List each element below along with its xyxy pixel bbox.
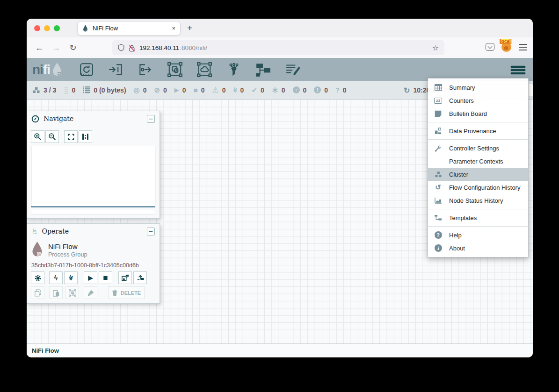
remote-process-group-component-icon[interactable]: [196, 61, 213, 78]
paste-button[interactable]: [49, 286, 63, 299]
status-up-to-date: ✔ 0: [251, 86, 264, 94]
pocket-icon[interactable]: [486, 43, 494, 51]
menu-divider: [428, 226, 528, 227]
nifi-logo: nifi: [32, 62, 63, 77]
menu-item-label: Help: [449, 232, 462, 239]
menu-item-label: Flow Configuration History: [449, 184, 520, 191]
cluster-icon: [433, 171, 443, 178]
browser-navbar: ← → ↻ 192.168.40.11 :8080/nifi/ ☆: [27, 37, 533, 58]
copy-button[interactable]: [31, 286, 44, 299]
menu-item-templates[interactable]: Templates: [428, 211, 528, 224]
stop-button[interactable]: ■: [99, 271, 112, 284]
threads-icon: ⣿: [64, 87, 68, 93]
menu-item-controller-settings[interactable]: Controller Settings: [428, 142, 528, 155]
selected-flow-id: 35cbd3b7-017b-1000-8bff-1c3405c00d6b: [31, 262, 139, 269]
enable-button[interactable]: ϟ: [49, 271, 63, 284]
delete-label: DELETE: [121, 290, 141, 296]
browser-titlebar: NiFi Flow × +: [27, 19, 533, 37]
compass-icon: [31, 115, 39, 123]
tab-title: NiFi Flow: [93, 25, 118, 32]
arrow-up-circle-icon: ↑: [293, 86, 300, 93]
menu-item-summary[interactable]: Summary: [428, 81, 528, 94]
zoom-actual-size-button[interactable]: [79, 130, 92, 143]
cluster-icon: [32, 86, 40, 94]
back-button[interactable]: ←: [33, 42, 45, 54]
output-port-component-icon[interactable]: [137, 61, 154, 78]
upload-template-button[interactable]: [133, 271, 147, 284]
disable-button[interactable]: ϟ: [64, 271, 78, 284]
url-host-text: 192.168.40.11: [139, 44, 179, 51]
funnel-component-icon[interactable]: [225, 61, 242, 78]
navigate-header: Navigate: [27, 111, 160, 126]
menu-item-label: Cluster: [449, 171, 468, 178]
transmitting-icon: ◎: [134, 86, 140, 93]
bulletin-board-icon: [433, 110, 443, 117]
menu-item-parameter-contexts[interactable]: Parameter Contexts: [428, 155, 528, 168]
chart-area-icon: [433, 197, 443, 204]
nifi-global-menu-icon[interactable]: [511, 66, 525, 74]
collapse-navigate-button[interactable]: [147, 115, 155, 123]
play-icon: ▶: [88, 275, 93, 281]
asterisk-icon: [272, 87, 278, 93]
menu-item-about[interactable]: i About: [428, 242, 528, 255]
global-menu: Summary 23 Counters Bulletin Board Data …: [428, 78, 529, 257]
birdseye-minimap[interactable]: [31, 146, 155, 207]
browser-tab[interactable]: NiFi Flow ×: [77, 21, 181, 36]
label-component-icon[interactable]: [284, 61, 301, 78]
start-button[interactable]: ▶: [84, 271, 97, 284]
birdseye-slider[interactable]: [31, 210, 155, 215]
maximize-window-button[interactable]: [54, 25, 60, 31]
shield-icon[interactable]: [118, 44, 124, 51]
lightning-icon: ϟ: [54, 274, 58, 281]
navigate-palette: Navigate: [27, 111, 160, 219]
forward-button[interactable]: →: [50, 42, 62, 54]
insecure-lock-icon[interactable]: [129, 44, 135, 51]
template-component-icon[interactable]: [255, 61, 272, 78]
save-template-button[interactable]: [118, 271, 132, 284]
summary-icon: [433, 84, 443, 91]
menu-item-label: Parameter Contexts: [449, 158, 503, 165]
process-group-component-icon[interactable]: [167, 61, 183, 78]
menu-item-help[interactable]: ? Help: [428, 228, 528, 242]
browser-window: NiFi Flow × + ← → ↻ 19: [27, 19, 533, 357]
configuration-button[interactable]: [31, 271, 44, 284]
minimize-window-button[interactable]: [44, 25, 50, 31]
url-bar[interactable]: 192.168.40.11 :8080/nifi/ ☆: [112, 40, 444, 55]
browser-menu-icon[interactable]: [519, 44, 527, 50]
selected-flow-name: NiFi Flow: [48, 242, 78, 250]
breadcrumb-root[interactable]: NiFi Flow: [32, 347, 59, 354]
group-button[interactable]: [65, 286, 79, 299]
menu-item-counters[interactable]: 23 Counters: [428, 94, 528, 107]
menu-item-bulletin-board[interactable]: Bulletin Board: [428, 107, 528, 120]
reload-button[interactable]: ↻: [67, 42, 79, 54]
hand-pointer-icon: ☞: [30, 228, 39, 234]
operate-buttons-row2: DELETE: [31, 286, 145, 299]
navigate-tools: [31, 130, 92, 143]
status-sync-failure: ? 0: [335, 86, 346, 94]
delete-button[interactable]: DELETE: [108, 286, 145, 299]
close-window-button[interactable]: [34, 25, 40, 31]
menu-item-label: Data Provenance: [449, 128, 496, 135]
menu-item-cluster[interactable]: Cluster: [428, 168, 528, 181]
processor-component-icon[interactable]: [78, 61, 95, 78]
menu-item-data-provenance[interactable]: Data Provenance: [428, 124, 528, 137]
zoom-out-button[interactable]: [45, 130, 59, 143]
menu-item-label: Bulletin Board: [449, 110, 487, 117]
menu-item-label: Summary: [449, 84, 475, 91]
invalid-warning-icon: ⚠: [212, 86, 218, 94]
menu-item-flow-configuration-history[interactable]: ↺ Flow Configuration History: [428, 181, 528, 194]
input-port-component-icon[interactable]: [108, 61, 124, 78]
new-tab-button[interactable]: +: [187, 23, 192, 33]
refresh-icon[interactable]: ↻: [404, 86, 410, 95]
menu-item-label: Templates: [449, 214, 477, 221]
bookmark-star-icon[interactable]: ☆: [432, 43, 439, 52]
stop-icon: ■: [103, 274, 108, 282]
zoom-fit-button[interactable]: [64, 130, 78, 143]
zoom-in-button[interactable]: [31, 130, 44, 143]
process-group-drop-icon: [31, 241, 44, 258]
wrench-icon: [433, 145, 443, 152]
tab-close-icon[interactable]: ×: [172, 25, 175, 32]
menu-item-node-status-history[interactable]: Node Status History: [428, 194, 528, 207]
collapse-operate-button[interactable]: [147, 228, 155, 235]
fill-color-button[interactable]: [84, 286, 97, 299]
